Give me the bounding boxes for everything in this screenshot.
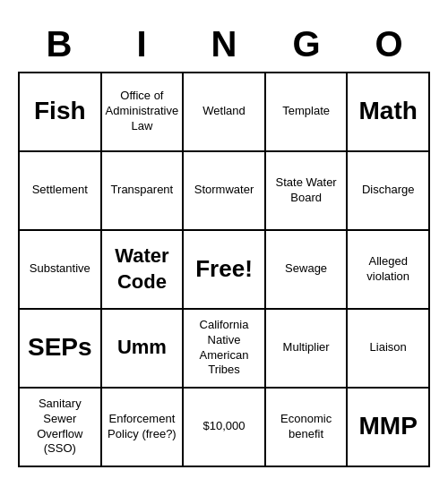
bingo-cell: Liaison — [348, 310, 430, 389]
cell-text: Discharge — [362, 183, 415, 198]
bingo-cell: Stormwater — [184, 152, 266, 231]
bingo-cell: Umm — [102, 310, 185, 389]
bingo-cell: Wetland — [184, 73, 266, 152]
bingo-grid: FishOffice of Administrative LawWetlandT… — [18, 72, 430, 467]
cell-text: Fish — [34, 95, 86, 127]
bingo-cell: Free! — [184, 231, 266, 310]
cell-text: MMP — [359, 410, 418, 442]
bingo-cell: Multiplier — [266, 310, 349, 389]
cell-text: SEPs — [28, 331, 92, 363]
bingo-cell: Enforcement Policy (free?) — [102, 389, 185, 467]
cell-text: State Water Board — [270, 175, 343, 206]
cell-text: Multiplier — [283, 340, 330, 355]
bingo-cell: Sanitary Sewer Overflow (SSO) — [20, 389, 102, 467]
cell-text: Umm — [117, 335, 167, 361]
header-letter: N — [183, 21, 265, 68]
bingo-cell: SEPs — [20, 310, 102, 389]
cell-text: Transparent — [111, 183, 174, 198]
bingo-cell: Transparent — [102, 152, 185, 231]
bingo-cell: Alleged violation — [348, 231, 430, 310]
header-letter: O — [348, 21, 430, 68]
bingo-cell: Sewage — [266, 231, 349, 310]
cell-text: Sewage — [285, 261, 327, 277]
cell-text: Economic benefit — [270, 412, 343, 442]
cell-text: Sanitary Sewer Overflow (SSO) — [23, 397, 97, 457]
cell-text: Liaison — [370, 340, 407, 355]
cell-text: Free! — [195, 254, 253, 285]
cell-text: Office of Administrative Law — [106, 89, 179, 134]
cell-text: Enforcement Policy (free?) — [106, 412, 179, 442]
bingo-cell: Economic benefit — [266, 389, 349, 467]
header-letter: B — [18, 21, 100, 68]
cell-text: Template — [282, 104, 330, 119]
cell-text: Stormwater — [194, 183, 254, 198]
bingo-cell: Fish — [20, 73, 102, 152]
bingo-card: BINGO FishOffice of Administrative LawWe… — [9, 12, 439, 476]
cell-text: Water Code — [106, 244, 179, 295]
bingo-header: BINGO — [18, 21, 430, 68]
cell-text: California Native American Tribes — [187, 318, 261, 379]
cell-text: $10,000 — [203, 419, 246, 434]
bingo-cell: Settlement — [20, 152, 102, 231]
header-letter: I — [100, 21, 183, 68]
bingo-cell: State Water Board — [266, 152, 349, 231]
bingo-cell: $10,000 — [184, 389, 266, 467]
bingo-cell: Template — [266, 73, 349, 152]
cell-text: Substantive — [30, 261, 90, 277]
bingo-cell: Discharge — [348, 152, 430, 231]
header-letter: G — [265, 21, 348, 68]
cell-text: Settlement — [32, 183, 88, 198]
bingo-cell: California Native American Tribes — [184, 310, 266, 389]
cell-text: Wetland — [202, 104, 245, 119]
bingo-cell: Water Code — [102, 231, 185, 310]
bingo-cell: Office of Administrative Law — [102, 73, 185, 152]
bingo-cell: MMP — [348, 389, 430, 467]
cell-text: Math — [359, 95, 418, 127]
bingo-cell: Math — [348, 73, 430, 152]
bingo-cell: Substantive — [20, 231, 102, 310]
cell-text: Alleged violation — [351, 254, 425, 285]
